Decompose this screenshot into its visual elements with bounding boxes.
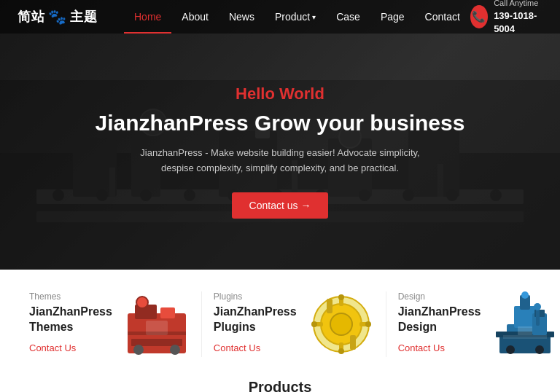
svg-rect-47	[350, 335, 356, 350]
svg-point-29	[136, 297, 148, 308]
call-label: Call Anytime	[494, 0, 542, 9]
contact-us-button[interactable]: Contact us →	[232, 192, 329, 219]
svg-point-37	[330, 313, 352, 335]
svg-point-57	[506, 345, 515, 354]
features-section: Themes JianZhanPress Themes Contact Us	[0, 270, 560, 372]
svg-rect-59	[518, 326, 532, 335]
products-heading: Products	[0, 379, 560, 392]
products-section-header: Products	[0, 372, 560, 392]
svg-rect-28	[160, 307, 175, 318]
svg-point-45	[365, 321, 371, 327]
nav-product[interactable]: Product ▾	[265, 0, 326, 34]
feature-plugins: Plugins JianZhanPress Plugins Contact Us	[202, 291, 386, 357]
logo-theme: 主题	[70, 8, 98, 26]
nav-page[interactable]: Page	[370, 0, 415, 34]
nav-news[interactable]: News	[219, 0, 265, 34]
hero-description: JianzhanPress - Make website building ea…	[127, 146, 433, 176]
feature-themes-image	[124, 291, 190, 357]
hero-content: Hello World JianzhanPress Grow your busi…	[0, 0, 560, 270]
header-contact: 📞 Call Anytime 139-1018-5004	[470, 0, 542, 36]
svg-rect-34	[128, 332, 186, 335]
feature-design-link[interactable]: Contact Us	[398, 342, 445, 353]
hero-tagline: Hello World	[236, 85, 324, 103]
feature-plugins-image	[308, 291, 374, 357]
feature-themes: Themes JianZhanPress Themes Contact Us	[18, 291, 202, 357]
feature-design-category: Design	[398, 291, 481, 302]
svg-point-61	[534, 303, 541, 310]
svg-point-58	[535, 345, 544, 354]
main-nav: Home About News Product ▾ Case Page Cont…	[124, 0, 470, 34]
feature-themes-name: JianZhanPress Themes	[29, 305, 112, 335]
logo-chinese: 简站	[18, 8, 45, 26]
svg-point-42	[338, 294, 344, 300]
feature-themes-text: Themes JianZhanPress Themes Contact Us	[29, 291, 112, 354]
feature-plugins-name: JianZhanPress Plugins	[214, 305, 297, 335]
feature-themes-category: Themes	[29, 291, 112, 302]
feature-plugins-category: Plugins	[214, 291, 297, 302]
phone-icon: 📞	[470, 5, 488, 28]
feature-plugins-link[interactable]: Contact Us	[214, 342, 260, 353]
chevron-down-icon: ▾	[312, 13, 316, 21]
nav-case[interactable]: Case	[326, 0, 370, 34]
feature-design-name: JianZhanPress Design	[398, 305, 481, 335]
svg-point-32	[170, 345, 180, 355]
phone-number: 139-1018-5004	[494, 9, 542, 36]
feature-design: Design JianZhanPress Design Contact Us	[386, 291, 560, 357]
svg-rect-46	[327, 299, 332, 313]
contact-text: Call Anytime 139-1018-5004	[494, 0, 542, 36]
hero-section: Hello World JianzhanPress Grow your busi…	[0, 0, 560, 270]
hero-title: JianzhanPress Grow your business	[96, 111, 465, 136]
feature-themes-link[interactable]: Contact Us	[29, 342, 76, 353]
feature-design-image	[492, 291, 558, 357]
svg-point-43	[338, 348, 344, 354]
feature-design-text: Design JianZhanPress Design Contact Us	[398, 291, 481, 354]
logo-paw: 🐾	[48, 8, 67, 26]
nav-contact[interactable]: Contact	[415, 0, 470, 34]
nav-home[interactable]: Home	[124, 0, 171, 34]
nav-about[interactable]: About	[171, 0, 219, 34]
logo: 简站 🐾 主题	[18, 8, 98, 26]
svg-point-44	[311, 321, 317, 327]
header: 简站 🐾 主题 Home About News Product ▾ Case P…	[0, 0, 560, 34]
svg-point-31	[133, 345, 144, 355]
feature-plugins-text: Plugins JianZhanPress Plugins Contact Us	[214, 291, 297, 354]
svg-point-52	[521, 291, 529, 299]
svg-rect-56	[503, 335, 547, 339]
